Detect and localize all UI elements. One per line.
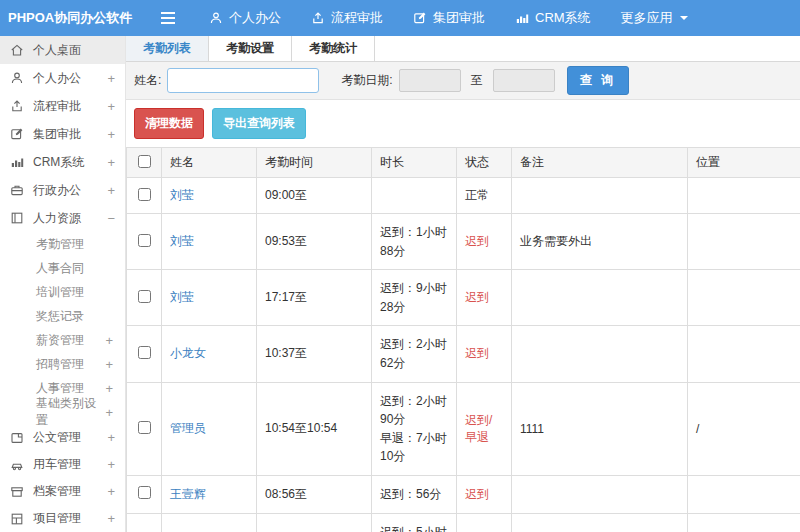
sidebar-subitem-training-mgmt[interactable]: 培训管理	[0, 280, 125, 304]
expand-indicator: +	[105, 333, 113, 348]
sidebar-item-crm[interactable]: CRM系统 +	[0, 148, 125, 176]
row-checkbox[interactable]	[138, 188, 151, 201]
nav-item-more-apps[interactable]: 更多应用	[606, 0, 704, 36]
sidebar-item-vehicle-mgmt[interactable]: 用车管理 +	[0, 451, 125, 478]
row-checkbox[interactable]	[138, 486, 151, 499]
sidebar-subitem-label: 招聘管理	[36, 356, 84, 373]
flow-icon	[10, 99, 25, 113]
attendance-time-cell: 09:53至	[257, 214, 372, 270]
status-cell: 迟到	[457, 270, 512, 326]
edit-icon	[10, 127, 25, 141]
hamburger-menu-button[interactable]	[160, 11, 176, 25]
sidebar-item-archives-mgmt[interactable]: 档案管理 +	[0, 478, 125, 505]
nav-item-workflow-approval[interactable]: 流程审批	[296, 0, 398, 36]
employee-name-link[interactable]: 管理员	[170, 421, 206, 435]
sidebar: 个人桌面 个人办公 + 流程审批 + 集团审批 + CRM系统 + 行政办公 +	[0, 36, 126, 532]
row-checkbox[interactable]	[138, 234, 151, 247]
user-icon	[10, 71, 25, 85]
export-list-button[interactable]: 导出查询列表	[212, 108, 306, 139]
tab-bar: 考勤列表 考勤设置 考勤统计	[126, 36, 800, 62]
location-cell	[688, 214, 800, 270]
nav-item-group-approval[interactable]: 集团审批	[398, 0, 500, 36]
chart-icon	[515, 11, 529, 25]
name-input[interactable]	[167, 68, 319, 93]
tab-attendance-settings[interactable]: 考勤设置	[209, 36, 292, 61]
sidebar-subitem-base-category-settings[interactable]: 基础类别设置 +	[0, 400, 125, 424]
sidebar-subitem-hr-contract[interactable]: 人事合同	[0, 256, 125, 280]
sidebar-item-hr[interactable]: 人力资源 −	[0, 204, 125, 232]
expand-indicator: +	[107, 99, 115, 114]
app-logo: PHPOA协同办公软件	[0, 9, 126, 27]
expand-indicator: +	[107, 183, 115, 198]
expand-indicator: −	[107, 211, 115, 226]
sidebar-subitem-salary-mgmt[interactable]: 薪资管理 +	[0, 328, 125, 352]
duration-cell: 迟到：5小时33分早退：4小时67分	[372, 513, 457, 532]
sidebar-item-workflow-approval[interactable]: 流程审批 +	[0, 92, 125, 120]
sidebar-item-label: CRM系统	[33, 154, 84, 171]
sidebar-item-project-mgmt[interactable]: 项目管理 +	[0, 505, 125, 532]
sidebar-item-documents[interactable]: 公文管理 +	[0, 424, 125, 451]
grid-icon	[10, 512, 25, 526]
sidebar-subitem-label: 考勤管理	[36, 236, 84, 253]
row-checkbox[interactable]	[138, 290, 151, 303]
table-row: 刘莹 09:00至 正常	[127, 178, 800, 214]
duration-cell	[372, 178, 457, 214]
expand-indicator: +	[107, 430, 115, 445]
sidebar-item-personal-desktop[interactable]: 个人桌面	[0, 36, 125, 64]
sidebar-subitem-attendance-mgmt[interactable]: 考勤管理	[0, 232, 125, 256]
nav-item-crm[interactable]: CRM系统	[500, 0, 606, 36]
nav-item-label: CRM系统	[535, 9, 591, 27]
sidebar-subitem-recruitment-mgmt[interactable]: 招聘管理 +	[0, 352, 125, 376]
employee-name-link[interactable]: 刘莹	[170, 234, 194, 248]
name-field-label: 姓名:	[134, 72, 161, 89]
note-cell: 业务需要外出	[512, 214, 688, 270]
select-all-checkbox[interactable]	[138, 155, 151, 168]
table-row: 管理员 10:54至10:54 迟到：2小时90分早退：7小时10分 迟到/早退…	[127, 382, 800, 475]
col-header-time: 考勤时间	[257, 148, 372, 178]
sidebar-subitem-label: 奖惩记录	[36, 308, 84, 325]
table-row: 黄蓉 13:20至13:20 迟到：5小时33分早退：4小时67分 迟到/早退 …	[127, 513, 800, 532]
expand-indicator: +	[107, 484, 115, 499]
clear-data-button[interactable]: 清理数据	[134, 108, 204, 139]
attendance-table: 姓名 考勤时间 时长 状态 备注 位置 刘莹 09:00至 正常 刘莹 09:5…	[126, 147, 800, 532]
col-header-name: 姓名	[162, 148, 257, 178]
user-icon	[209, 11, 223, 25]
row-checkbox[interactable]	[138, 346, 151, 359]
nav-item-label: 个人办公	[229, 9, 281, 27]
date-to-input[interactable]	[493, 69, 555, 92]
location-cell: /	[688, 382, 800, 475]
sidebar-item-group-approval[interactable]: 集团审批 +	[0, 120, 125, 148]
col-header-location: 位置	[688, 148, 800, 178]
row-checkbox[interactable]	[138, 421, 151, 434]
employee-name-link[interactable]: 刘莹	[170, 290, 194, 304]
search-button[interactable]: 查 询	[567, 66, 629, 95]
expand-indicator: +	[107, 457, 115, 472]
employee-name-link[interactable]: 刘莹	[170, 188, 194, 202]
location-cell	[688, 475, 800, 513]
employee-name-link[interactable]: 小龙女	[170, 346, 206, 360]
table-row: 小龙女 10:37至 迟到：2小时62分 迟到	[127, 326, 800, 382]
tab-attendance-list[interactable]: 考勤列表	[126, 36, 209, 61]
duration-cell: 迟到：2小时90分早退：7小时10分	[372, 382, 457, 475]
sidebar-subitem-reward-records[interactable]: 奖惩记录	[0, 304, 125, 328]
employee-name-link[interactable]: 王壹辉	[170, 487, 206, 501]
location-cell: /	[688, 513, 800, 532]
expand-indicator: +	[107, 155, 115, 170]
nav-item-personal-office[interactable]: 个人办公	[194, 0, 296, 36]
main-content: 考勤列表 考勤设置 考勤统计 姓名: 考勤日期: 至 查 询 清理数据 导出查询…	[126, 36, 800, 532]
nav-item-label: 更多应用	[621, 9, 673, 27]
date-from-input[interactable]	[399, 69, 461, 92]
sidebar-item-personal-office[interactable]: 个人办公 +	[0, 64, 125, 92]
attendance-time-cell: 13:20至13:20	[257, 513, 372, 532]
home-icon	[10, 43, 25, 57]
duration-cell: 迟到：56分	[372, 475, 457, 513]
attendance-time-cell: 17:17至	[257, 270, 372, 326]
status-cell: 迟到/早退	[457, 382, 512, 475]
table-row: 刘莹 09:53至 迟到：1小时88分 迟到 业务需要外出	[127, 214, 800, 270]
tab-attendance-stats[interactable]: 考勤统计	[292, 36, 375, 61]
col-header-duration: 时长	[372, 148, 457, 178]
expand-indicator: +	[105, 357, 113, 372]
edit-icon	[413, 11, 427, 25]
sidebar-item-admin-office[interactable]: 行政办公 +	[0, 176, 125, 204]
expand-indicator: +	[107, 71, 115, 86]
